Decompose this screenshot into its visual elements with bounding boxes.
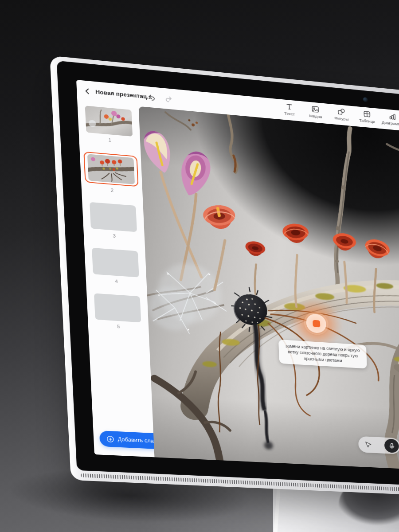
slide-item-4[interactable]: 4 (84, 247, 147, 286)
slide-number: 3 (84, 231, 145, 241)
monitor: Новая презентац... (50, 55, 399, 496)
slide-number: 2 (82, 185, 143, 196)
redo-button redo-arrow-icon[interactable] (164, 94, 173, 103)
slide-item-5[interactable]: 5 (86, 293, 149, 331)
slide-canvas[interactable]: замени картинку на светлую и яркую ветку… (139, 106, 399, 470)
toolbar-item-label: Таблица (359, 118, 376, 124)
slide-4-thumbnail-empty (92, 248, 139, 278)
charts-icon (388, 112, 397, 121)
toolbar-item-label: Текст (284, 111, 295, 117)
slide-number: 5 (88, 322, 149, 331)
pink-lily (139, 129, 178, 175)
pointer-mic-pill (358, 436, 399, 454)
red-trumpet-flower (245, 240, 266, 258)
voice-prompt-text: замени картинку на светлую и яркую ветку… (286, 344, 360, 363)
pink-lily (177, 148, 213, 200)
slide-5-thumbnail-empty (94, 293, 141, 322)
toolbar-item-table[interactable]: Таблица (358, 109, 376, 124)
stop-record-icon (313, 320, 320, 327)
toolbar-item-label: Медиа (309, 113, 322, 119)
slide-item-2-selected[interactable]: 2 (80, 151, 143, 195)
webcam-dot (363, 97, 368, 102)
media-icon (311, 105, 320, 114)
toolbar-item-media[interactable]: Медиа (306, 104, 325, 119)
red-trumpet-flower (282, 223, 310, 243)
back-button chevron-left-icon[interactable] (83, 87, 92, 95)
shapes-icon (337, 107, 346, 116)
salmon-trumpet-flower (201, 204, 238, 230)
slide-number: 1 (79, 135, 141, 145)
microphone-button[interactable] (384, 438, 399, 453)
slide-item-1[interactable]: 1 (78, 105, 141, 145)
toolbar-item-label: Диаграммы (382, 120, 399, 127)
slide-3-thumbnail-empty (90, 202, 137, 232)
frost-cluster (145, 261, 227, 336)
undo-button undo-arrow-icon[interactable] (147, 93, 156, 102)
table-icon (363, 110, 372, 119)
plus-circle-icon (106, 435, 114, 443)
toolbar-item-shapes[interactable]: Фигуры (332, 106, 351, 121)
document-title: Новая презентац... (95, 89, 152, 101)
slide-1-thumbnail (85, 106, 133, 137)
slide-list: 1 (77, 101, 149, 331)
microphone-icon (388, 442, 395, 449)
slide-number: 4 (86, 277, 147, 286)
toolbar-item-text[interactable]: Текст (280, 102, 299, 117)
text-icon (285, 102, 294, 111)
photo-backdrop: Новая презентац... (0, 0, 399, 532)
cursor-icon[interactable] (364, 441, 372, 448)
red-trumpet-flower (363, 236, 391, 262)
presentation-app: Новая презентац... (76, 80, 399, 470)
slide-2-thumbnail (87, 154, 135, 184)
slide-photo-fantasy-branch (139, 106, 399, 470)
selection-ring (83, 152, 138, 187)
monitor-bezel: Новая презентац... (57, 61, 399, 487)
toolbar-item-label: Фигуры (334, 116, 349, 121)
toolbar-item-charts[interactable]: Диаграммы (383, 111, 399, 126)
slide-item-3[interactable]: 3 (82, 201, 145, 240)
